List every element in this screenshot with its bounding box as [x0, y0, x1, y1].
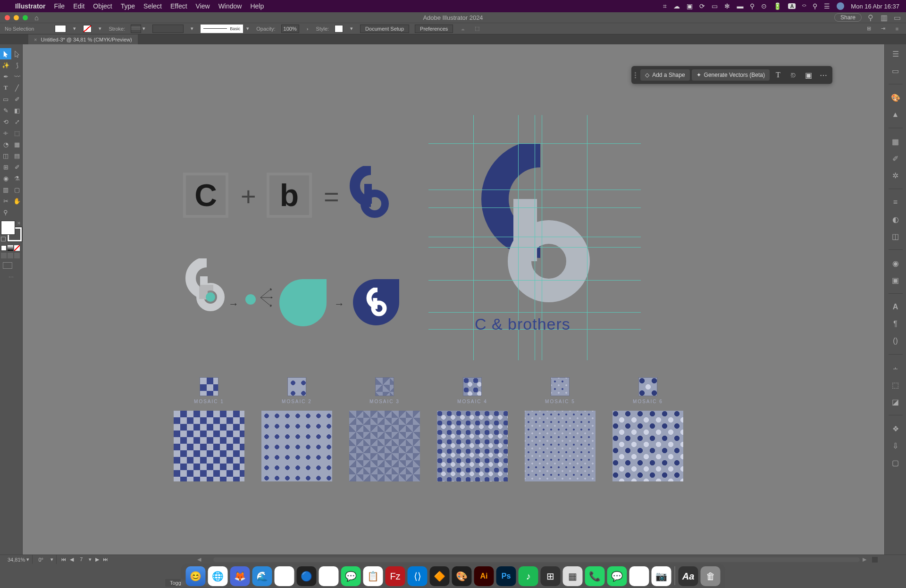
draw-inside[interactable] [14, 253, 20, 258]
menu-window[interactable]: Window [218, 2, 242, 10]
rotation-field[interactable]: 0° ▾ [35, 555, 57, 564]
horizontal-scrollbar[interactable] [213, 557, 860, 562]
artboard-tool[interactable]: ▢ [11, 184, 23, 195]
rectangle-tool[interactable]: ▭ [0, 93, 11, 105]
menu-effect[interactable]: Effect [170, 2, 187, 10]
edit-toolbar-button[interactable]: ⋯ [0, 274, 22, 280]
workspace-icon[interactable]: ▭ [893, 13, 901, 22]
pathfinder-panel-icon[interactable]: ◪ [890, 396, 901, 407]
swatches-panel-icon[interactable]: ▦ [890, 136, 901, 147]
width-tool[interactable]: ⟛ [0, 127, 11, 139]
artboard-dropdown[interactable]: ▾ [87, 556, 93, 563]
brush-definition[interactable]: Basic [201, 25, 243, 33]
menu-object[interactable]: Object [93, 2, 112, 10]
dock-app-5[interactable]: 🔶 [430, 566, 450, 586]
dock-whatsapp-2[interactable]: 💬 [607, 566, 627, 586]
opacity-dropdown[interactable]: › [305, 26, 310, 32]
menuextra-display-icon[interactable]: ▭ [712, 2, 718, 10]
swap-fill-stroke-icon[interactable]: ⤭ [17, 221, 21, 225]
draw-behind[interactable] [8, 253, 13, 258]
dock-figma[interactable]: 🎨 [452, 566, 472, 586]
layers-panel-icon[interactable]: ❖ [890, 423, 901, 434]
magic-wand-tool[interactable]: ✨ [0, 59, 11, 71]
dock-calendar[interactable]: 31 [319, 566, 339, 586]
slice-tool[interactable]: ✂ [0, 195, 11, 207]
menubar-app-name[interactable]: Illustrator [15, 2, 46, 10]
menuextra-battery-icon[interactable]: 🔋 [773, 2, 781, 10]
align-panel-icon[interactable]: ⫠ [890, 362, 901, 373]
stroke-profile-dropdown[interactable]: ▾ [189, 25, 195, 32]
stroke-profile[interactable] [152, 25, 184, 33]
shape-builder-tool[interactable]: ◔ [0, 139, 11, 150]
rotate-tool[interactable]: ⟲ [0, 116, 11, 127]
stroke-swatch-dropdown[interactable]: ▾ [97, 25, 103, 32]
screen-mode-button[interactable] [3, 262, 12, 269]
color-panel-icon[interactable]: 🎨 [890, 92, 901, 103]
libraries-panel-icon[interactable]: ▭ [890, 65, 901, 76]
dock-photoshop[interactable]: Ps [496, 566, 516, 586]
graphic-styles-panel-icon[interactable]: ▣ [890, 274, 901, 286]
character-panel-icon[interactable]: A [890, 301, 901, 313]
free-transform-tool[interactable]: ⬚ [11, 127, 23, 139]
menuextra-wifi-icon[interactable]: ⌔ [802, 2, 806, 10]
symbols-panel-icon[interactable]: ✲ [890, 170, 901, 181]
dock-instagram[interactable]: 📷 [652, 566, 671, 586]
paragraph-panel-icon[interactable]: ¶ [890, 318, 901, 330]
minimize-window-button[interactable] [14, 15, 19, 20]
menuextra-user-icon[interactable] [837, 2, 844, 10]
ctx-more-icon[interactable]: ⋯ [817, 68, 830, 82]
transparency-panel-icon[interactable]: ◫ [890, 231, 901, 242]
dock-trash[interactable]: 🗑 [701, 566, 721, 586]
dock-app-7[interactable]: ▦ [563, 566, 583, 586]
menuextra-cloud-icon[interactable]: ☁ [673, 2, 680, 10]
dock-edge[interactable]: 🌊 [252, 566, 272, 586]
arrange-docs-icon[interactable]: ▥ [880, 13, 888, 22]
curvature-tool[interactable]: 〰 [11, 71, 23, 82]
line-tool[interactable]: ╱ [11, 82, 23, 93]
menu-select[interactable]: Select [143, 2, 162, 10]
gradient-panel-icon[interactable]: ◐ [890, 214, 901, 225]
zoom-tool[interactable]: ⚲ [0, 207, 11, 218]
shaper-tool[interactable]: ✎ [0, 105, 11, 116]
ctx-image-icon[interactable]: ▣ [802, 68, 815, 82]
column-graph-tool[interactable]: ▥ [0, 184, 11, 195]
artboard-first-icon[interactable]: ⏮ [59, 556, 67, 563]
close-window-button[interactable] [5, 15, 10, 20]
fullscreen-window-button[interactable] [23, 15, 28, 20]
menuextra-location-icon[interactable]: ⚲ [750, 2, 755, 10]
opacity-input[interactable] [281, 25, 299, 33]
artboard-last-icon[interactable]: ⏭ [101, 556, 109, 563]
menuextra-spotlight-icon[interactable]: ⚲ [813, 2, 817, 10]
symbol-sprayer-tool[interactable]: ⚗ [11, 173, 23, 184]
fill-swatch[interactable] [55, 25, 66, 33]
dock-chrome[interactable]: 🌐 [208, 566, 228, 586]
dock-spotify[interactable]: ♪ [519, 566, 538, 586]
opentype-panel-icon[interactable]: () [890, 335, 901, 347]
live-paint-tool[interactable]: ▦ [11, 139, 23, 150]
scroll-right-icon[interactable]: ▶ [863, 556, 866, 563]
document-setup-button[interactable]: Document Setup [360, 25, 409, 33]
preferences-button[interactable]: Preferences [415, 25, 453, 33]
dock-app-4[interactable]: 📋 [363, 566, 383, 586]
add-shape-button[interactable]: ◇Add a Shape [640, 69, 689, 81]
brushes-panel-icon[interactable]: ✐ [890, 153, 901, 164]
menu-view[interactable]: View [196, 2, 210, 10]
dock-mail[interactable]: ✉ [629, 566, 649, 586]
perspective-tool[interactable]: ◫ [0, 150, 11, 161]
dock-finder[interactable]: 😊 [186, 566, 206, 586]
lasso-tool[interactable]: ⟆ [11, 59, 23, 71]
brush-dropdown[interactable]: ▾ [245, 25, 251, 32]
menuextra-a-icon[interactable]: A [788, 3, 796, 9]
fill-dropdown[interactable]: ▾ [72, 25, 77, 32]
stroke-weight-dropdown[interactable]: ▾ [141, 25, 147, 32]
eyedropper-tool[interactable]: ✐ [11, 161, 23, 173]
ctx-crop-icon[interactable]: ⟄ [787, 68, 800, 82]
dock-illustrator[interactable]: Ai [474, 566, 494, 586]
menu-edit[interactable]: Edit [73, 2, 84, 10]
paintbrush-tool[interactable]: ✐ [11, 93, 23, 105]
asset-export-panel-icon[interactable]: ⇩ [890, 440, 901, 451]
type-tool[interactable]: T [0, 82, 11, 93]
search-icon[interactable]: ⚲ [866, 13, 875, 22]
artboards-panel-icon[interactable]: ▢ [890, 457, 901, 468]
control-menu-icon[interactable]: ≡ [893, 25, 901, 33]
